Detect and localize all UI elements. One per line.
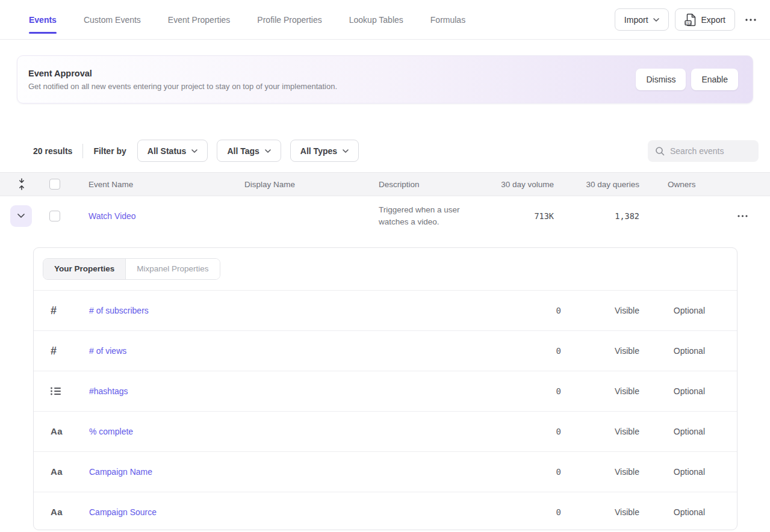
property-value: 0 — [489, 386, 561, 396]
property-row: # # of views 0 Visible Optional — [34, 330, 737, 371]
ellipsis-icon — [737, 215, 748, 217]
tab-event-properties[interactable]: Event Properties — [168, 0, 231, 40]
property-row: #hashtags 0 Visible Optional — [34, 371, 737, 411]
property-visibility[interactable]: Visible — [561, 427, 639, 436]
tab-formulas[interactable]: Formulas — [430, 0, 465, 40]
search-events-input[interactable] — [670, 146, 753, 156]
tags-filter-dropdown[interactable]: All Tags — [217, 140, 281, 162]
column-event-name: Event Name — [78, 180, 235, 189]
property-value: 0 — [489, 507, 561, 517]
enable-button[interactable]: Enable — [691, 69, 738, 90]
description-line-2: watches a video. — [379, 216, 482, 228]
property-visibility[interactable]: Visible — [561, 346, 639, 356]
chevron-down-icon — [191, 149, 197, 153]
property-requirement[interactable]: Optional — [639, 386, 705, 396]
column-display-name: Display Name — [235, 180, 373, 189]
event-name-link[interactable]: Watch Video — [88, 211, 136, 221]
export-button-label: Export — [701, 15, 725, 25]
event-row-watch-video: Watch Video Triggered when a user watche… — [0, 196, 770, 235]
volume-value: 713K — [482, 211, 554, 221]
more-options-button[interactable] — [741, 8, 760, 31]
types-filter-dropdown[interactable]: All Types — [290, 140, 359, 162]
property-requirement[interactable]: Optional — [639, 427, 705, 436]
number-type-icon: # — [34, 305, 89, 317]
tab-custom-events[interactable]: Custom Events — [84, 0, 141, 40]
property-value: 0 — [489, 427, 561, 436]
dismiss-button[interactable]: Dismiss — [636, 69, 686, 90]
property-row: Aa Campaign Source 0 Visible Optional — [34, 492, 737, 530]
collapse-all-icon[interactable] — [17, 178, 26, 190]
filter-row: 20 results Filter by All Status All Tags… — [33, 140, 759, 162]
tab-custom-events-label: Custom Events — [84, 15, 141, 25]
csv-file-icon: csv — [685, 13, 697, 26]
search-icon — [655, 146, 665, 156]
banner-text: Event Approval Get notified on all new e… — [17, 69, 337, 91]
chevron-down-icon — [343, 149, 349, 153]
property-name-link[interactable]: % complete — [89, 427, 489, 436]
tab-events-label: Events — [29, 15, 57, 25]
row-more-options-button[interactable] — [734, 215, 751, 217]
queries-value: 1,382 — [554, 211, 639, 221]
number-type-icon: # — [34, 345, 89, 357]
event-name-cell: Watch Video — [78, 211, 235, 221]
property-name-link[interactable]: Campaign Name — [89, 467, 489, 477]
column-volume: 30 day volume — [482, 180, 554, 189]
import-button-label: Import — [624, 15, 648, 25]
property-value: 0 — [489, 346, 561, 356]
property-name-link[interactable]: # of subscribers — [89, 306, 489, 315]
property-requirement[interactable]: Optional — [639, 306, 705, 315]
property-name-link[interactable]: #hashtags — [89, 386, 489, 396]
status-filter-dropdown[interactable]: All Status — [137, 140, 208, 162]
ellipsis-icon — [745, 19, 757, 21]
top-navigation: Events Custom Events Event Properties Pr… — [0, 0, 770, 40]
import-button[interactable]: Import — [615, 8, 669, 31]
property-visibility[interactable]: Visible — [561, 386, 639, 396]
property-name-link[interactable]: # of views — [89, 346, 489, 356]
property-visibility[interactable]: Visible — [561, 306, 639, 315]
property-row: # # of subscribers 0 Visible Optional — [34, 290, 737, 330]
results-count: 20 results — [33, 146, 72, 156]
select-all-cell — [33, 179, 78, 190]
property-visibility[interactable]: Visible — [561, 467, 639, 477]
collapse-row-button[interactable] — [10, 205, 32, 227]
event-properties-panel: Your Properties Mixpanel Properties # # … — [33, 247, 737, 530]
nav-actions: Import csv Export — [615, 8, 760, 31]
status-filter-label: All Status — [147, 146, 187, 156]
tab-lookup-tables[interactable]: Lookup Tables — [349, 0, 403, 40]
row-select-cell — [33, 211, 78, 221]
column-queries: 30 day queries — [554, 180, 639, 189]
tab-profile-properties[interactable]: Profile Properties — [257, 0, 321, 40]
property-requirement[interactable]: Optional — [639, 346, 705, 356]
property-value: 0 — [489, 306, 561, 315]
property-requirement[interactable]: Optional — [639, 467, 705, 477]
list-type-icon — [34, 387, 89, 395]
text-type-icon: Aa — [34, 426, 89, 437]
chevron-down-icon — [653, 18, 659, 22]
row-checkbox[interactable] — [49, 211, 60, 221]
types-filter-label: All Types — [300, 146, 337, 156]
select-all-checkbox[interactable] — [49, 179, 60, 190]
property-name-link[interactable]: Campaign Source — [89, 507, 489, 517]
tab-event-properties-label: Event Properties — [168, 15, 231, 25]
tab-formulas-label: Formulas — [430, 15, 465, 25]
row-actions-cell — [716, 215, 770, 217]
tab-events[interactable]: Events — [29, 0, 57, 40]
banner-title: Event Approval — [28, 69, 337, 78]
expand-cell — [0, 205, 33, 227]
tab-your-properties[interactable]: Your Properties — [43, 259, 126, 279]
tab-profile-properties-label: Profile Properties — [257, 15, 321, 25]
tab-mixpanel-properties[interactable]: Mixpanel Properties — [126, 259, 219, 279]
banner-actions: Dismiss Enable — [636, 69, 738, 90]
export-button[interactable]: csv Export — [675, 8, 735, 31]
properties-tabs-area: Your Properties Mixpanel Properties — [34, 248, 737, 290]
property-requirement[interactable]: Optional — [639, 507, 705, 517]
column-description: Description — [373, 180, 482, 189]
chevron-down-icon — [265, 149, 271, 153]
property-visibility[interactable]: Visible — [561, 507, 639, 517]
chevron-down-icon — [17, 214, 25, 218]
description-cell: Triggered when a user watches a video. — [373, 204, 482, 228]
search-events-box[interactable] — [648, 140, 759, 162]
properties-tab-control: Your Properties Mixpanel Properties — [43, 258, 220, 280]
divider — [82, 144, 83, 158]
text-type-icon: Aa — [34, 507, 89, 518]
